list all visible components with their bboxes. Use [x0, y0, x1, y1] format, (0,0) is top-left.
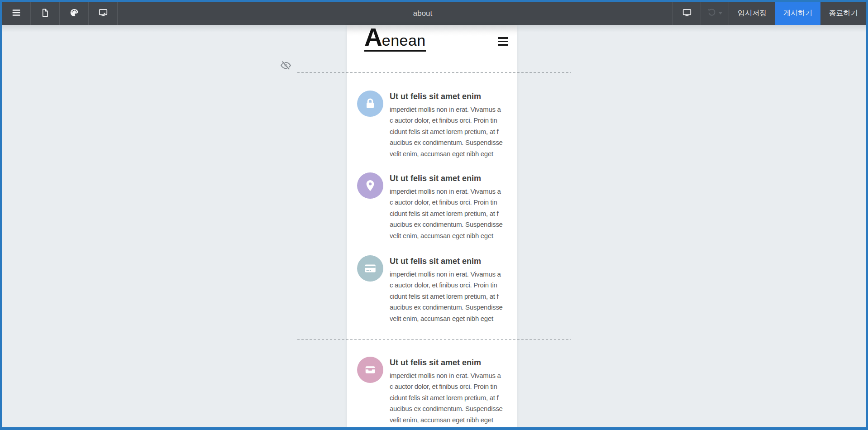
- section-divider: [297, 339, 571, 340]
- device-preview-button[interactable]: [89, 2, 118, 25]
- section-divider: [297, 26, 571, 26]
- logo-text: enean: [382, 32, 426, 49]
- site-logo: Aenean: [364, 25, 426, 52]
- theme-button[interactable]: [60, 2, 89, 25]
- feature-item[interactable]: Ut ut felis sit amet enim imperdiet moll…: [357, 172, 507, 241]
- page-preview: Aenean Ut ut felis sit amet enim imperdi…: [347, 25, 517, 427]
- page-icon: [40, 8, 50, 19]
- feature-item[interactable]: Ut ut felis sit amet enim imperdiet moll…: [357, 91, 507, 159]
- section-divider: [297, 64, 571, 64]
- undo-icon: [707, 8, 716, 19]
- temp-save-button[interactable]: 임시저장: [729, 2, 775, 25]
- undo-button[interactable]: [701, 2, 729, 25]
- toolbar-left-group: [2, 2, 118, 25]
- publish-button[interactable]: 게시하기: [775, 2, 820, 25]
- undo-caret-icon: [719, 12, 722, 14]
- top-toolbar: about 임시저장: [2, 2, 866, 25]
- feature-body: imperdiet mollis non in erat. Vivamus a …: [390, 104, 507, 159]
- inbox-icon: [357, 357, 383, 383]
- hidden-section-toggle[interactable]: [280, 59, 292, 72]
- credit-card-icon: [357, 255, 383, 282]
- logo-initial: A: [364, 23, 382, 51]
- exit-button[interactable]: 종료하기: [820, 2, 866, 25]
- page-title: about: [413, 2, 433, 25]
- feature-title: Ut ut felis sit amet enim: [390, 256, 507, 266]
- preview-button[interactable]: [672, 2, 701, 25]
- feature-title: Ut ut felis sit amet enim: [390, 91, 507, 101]
- editor-window: about 임시저장: [0, 0, 868, 430]
- menu-icon: [11, 8, 21, 19]
- feature-item[interactable]: Ut ut felis sit amet enim imperdiet moll…: [357, 357, 507, 425]
- desktop-device-icon: [98, 8, 108, 19]
- feature-body: imperdiet mollis non in erat. Vivamus a …: [390, 186, 507, 241]
- lock-icon: [357, 91, 383, 117]
- toolbar-right-group: 임시저장 게시하기 종료하기: [672, 2, 866, 25]
- eye-slash-icon: [280, 66, 292, 73]
- hamburger-icon[interactable]: [498, 37, 508, 46]
- feature-title: Ut ut felis sit amet enim: [390, 173, 507, 183]
- feature-item[interactable]: Ut ut felis sit amet enim imperdiet moll…: [357, 255, 507, 324]
- menu-button[interactable]: [2, 2, 31, 25]
- editor-canvas-area: Aenean Ut ut felis sit amet enim imperdi…: [2, 25, 866, 427]
- page-button[interactable]: [31, 2, 60, 25]
- map-pin-icon: [357, 172, 383, 199]
- palette-icon: [69, 8, 79, 19]
- feature-body: imperdiet mollis non in erat. Vivamus a …: [390, 370, 507, 425]
- preview-header[interactable]: Aenean: [347, 25, 517, 55]
- feature-title: Ut ut felis sit amet enim: [390, 358, 507, 368]
- section-divider: [297, 72, 571, 73]
- monitor-icon: [682, 8, 692, 19]
- feature-body: imperdiet mollis non in erat. Vivamus a …: [390, 269, 507, 324]
